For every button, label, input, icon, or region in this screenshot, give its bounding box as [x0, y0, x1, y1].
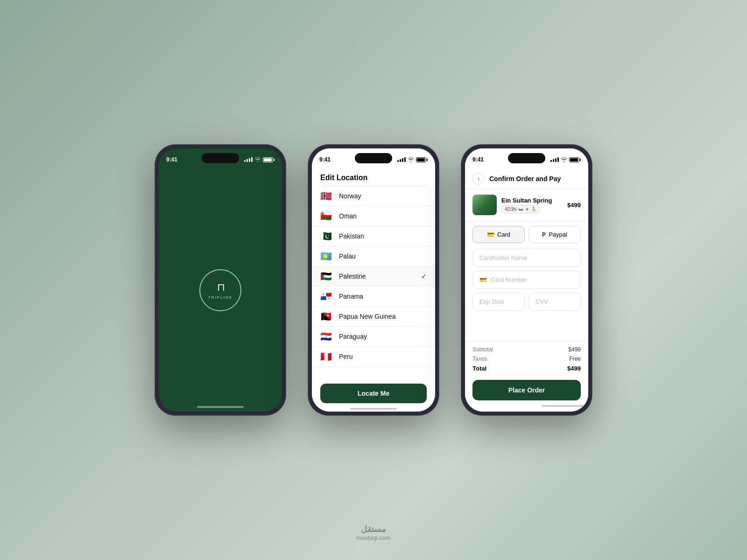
country-item-norway[interactable]: 🇳🇴 Norway — [312, 186, 435, 206]
country-name-paraguay: Paraguay — [339, 333, 427, 340]
card-field-icon: 💳 — [479, 276, 487, 283]
home-indicator-2 — [350, 408, 397, 410]
place-order-button[interactable]: Place Order — [472, 380, 581, 400]
order-name: Ein Sultan Spring — [501, 197, 567, 204]
signal-icon-3 — [550, 157, 559, 162]
total-row: Total $499 — [472, 364, 581, 373]
taxes-label: Taxes — [472, 356, 487, 362]
country-item-png[interactable]: 🇵🇬 Papua New Guinea — [312, 307, 435, 327]
order-details: Ein Sultan Spring 4D3N 🛏 ✈ 🏃 — [501, 197, 567, 213]
country-name-panama: Panama — [339, 293, 427, 300]
flag-paraguay: 🇵🇾 — [320, 332, 333, 341]
subtotal-row: Subtotal $499 — [472, 345, 581, 354]
location-screen: Edit Location 🇳🇴 Norway 🇴🇲 Oman 🇵🇰 — [312, 169, 435, 412]
dynamic-island-3 — [508, 153, 545, 163]
country-item-paraguay[interactable]: 🇵🇾 Paraguay — [312, 327, 435, 347]
battery-icon-1 — [263, 157, 275, 162]
taxes-row: Taxes Free — [472, 354, 581, 364]
wifi-icon-1 — [254, 157, 261, 162]
flag-palau: 🇵🇼 — [320, 252, 333, 261]
selected-checkmark: ✓ — [421, 273, 427, 280]
phone-location: 9:41 — [308, 145, 439, 415]
battery-icon-3 — [569, 157, 581, 162]
country-name-png: Papua New Guinea — [339, 313, 427, 320]
country-item-palau[interactable]: 🇵🇼 Palau — [312, 246, 435, 266]
country-name-norway: Norway — [339, 192, 427, 200]
tripline-logo-icon: ⊓ — [217, 281, 224, 294]
subtotal-label: Subtotal — [472, 346, 493, 353]
location-header: Edit Location — [312, 169, 435, 186]
badge-label: 4D3N — [505, 207, 517, 212]
paypal-tab-label: Paypal — [549, 231, 567, 238]
home-indicator-3 — [542, 405, 588, 407]
country-item-oman[interactable]: 🇴🇲 Oman — [312, 206, 435, 226]
country-name-palestine: Palestine — [339, 273, 421, 280]
status-icons-2 — [397, 157, 428, 162]
home-indicator-1 — [197, 406, 244, 408]
status-icons-3 — [550, 157, 581, 162]
phone-payment: 9:41 — [461, 145, 592, 415]
tab-paypal[interactable]: P Paypal — [529, 226, 581, 243]
country-item-pakistan[interactable]: 🇵🇰 Pakistan — [312, 226, 435, 246]
exp-date-placeholder: Exp Date — [479, 298, 504, 305]
time-3: 9:41 — [472, 156, 484, 163]
flag-peru: 🇵🇪 — [320, 352, 333, 361]
phone-splash: 9:41 — [155, 145, 286, 415]
payment-title: Confirm Order and Pay — [489, 175, 561, 182]
card-form: Cardholder Name 💳 Card Number Exp Date C… — [465, 247, 588, 341]
watermark: مستقل mostaql.com — [356, 524, 391, 541]
country-name-peru: Peru — [339, 353, 427, 360]
flag-palestine: 🇵🇸 — [320, 272, 333, 281]
watermark-url: mostaql.com — [356, 534, 391, 541]
time-2: 9:41 — [319, 156, 331, 163]
back-button[interactable]: ‹ — [472, 173, 485, 185]
order-badge: 4D3N 🛏 ✈ 🏃 — [501, 205, 540, 213]
taxes-value: Free — [569, 356, 581, 362]
wifi-icon-2 — [408, 157, 414, 162]
flag-pakistan: 🇵🇰 — [320, 231, 333, 241]
signal-icon-1 — [244, 157, 253, 162]
payment-screen: ‹ Confirm Order and Pay Ein Sultan Sprin… — [465, 169, 588, 412]
country-item-panama[interactable]: 🇵🇦 Panama — [312, 287, 435, 307]
watermark-arabic: مستقل — [356, 524, 391, 534]
time-1: 9:41 — [166, 156, 177, 163]
payment-tabs: 💳 Card P Paypal — [465, 221, 588, 247]
paypal-icon: P — [542, 231, 546, 238]
order-summary: Subtotal $499 Taxes Free Total $499 — [465, 341, 588, 376]
cvv-field[interactable]: CVV — [529, 293, 581, 311]
activity-icon: 🏃 — [531, 207, 536, 212]
signal-icon-2 — [397, 157, 406, 162]
order-price: $499 — [567, 202, 581, 209]
logo-circle: ⊓ TRIPLINE — [199, 269, 241, 311]
country-item-peru[interactable]: 🇵🇪 Peru — [312, 347, 435, 367]
locate-me-button[interactable]: Locate Me — [320, 384, 427, 403]
card-number-placeholder: Card Number — [491, 276, 527, 283]
card-icon: 💳 — [487, 231, 494, 238]
card-tab-label: Card — [497, 231, 510, 238]
country-item-palestine[interactable]: 🇵🇸 Palestine ✓ — [312, 266, 435, 287]
total-value: $499 — [567, 365, 581, 372]
flag-oman: 🇴🇲 — [320, 211, 333, 221]
total-label: Total — [472, 365, 486, 372]
app-name: TRIPLINE — [208, 295, 233, 300]
bed-icon: 🛏 — [519, 207, 523, 212]
splash-content: ⊓ TRIPLINE — [159, 169, 282, 412]
country-name-pakistan: Pakistan — [339, 232, 427, 240]
dynamic-island-1 — [202, 153, 239, 163]
battery-icon-2 — [416, 157, 428, 162]
subtotal-value: $499 — [568, 346, 581, 353]
cardholder-placeholder: Cardholder Name — [479, 254, 528, 261]
payment-header: ‹ Confirm Order and Pay — [465, 169, 588, 189]
order-image — [472, 195, 497, 215]
card-number-field[interactable]: 💳 Card Number — [472, 271, 581, 289]
cvv-placeholder: CVV — [536, 298, 548, 305]
country-list[interactable]: 🇳🇴 Norway 🇴🇲 Oman 🇵🇰 Pakistan 🇵 — [312, 186, 435, 379]
order-card: Ein Sultan Spring 4D3N 🛏 ✈ 🏃 $499 — [465, 189, 588, 221]
tab-card[interactable]: 💳 Card — [472, 226, 525, 243]
exp-date-field[interactable]: Exp Date — [472, 293, 525, 311]
flag-png: 🇵🇬 — [320, 312, 333, 321]
country-name-palau: Palau — [339, 252, 427, 260]
flag-norway: 🇳🇴 — [320, 191, 333, 201]
status-icons-1 — [244, 157, 275, 162]
cardholder-name-field[interactable]: Cardholder Name — [472, 249, 581, 267]
